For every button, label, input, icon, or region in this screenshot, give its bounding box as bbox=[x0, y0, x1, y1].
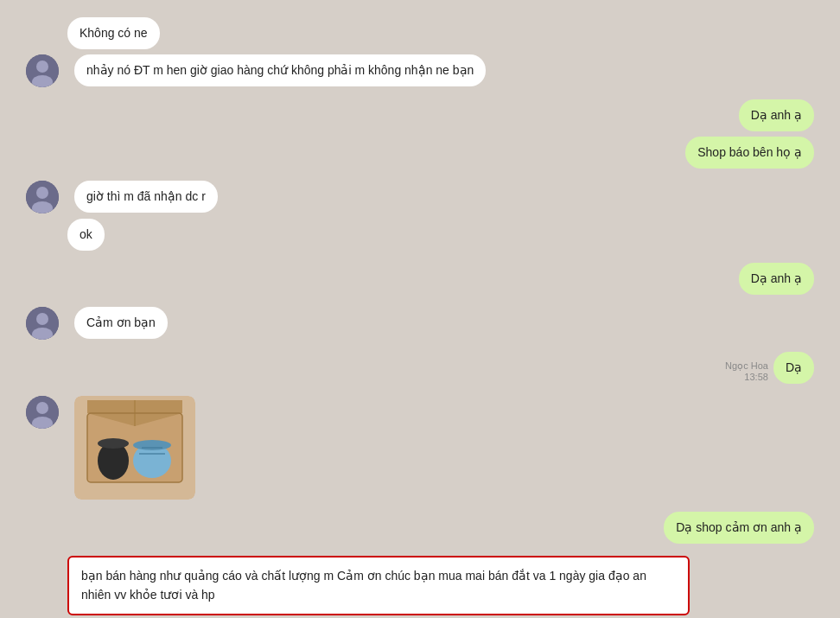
message-group-right: Dạ anh ạ Shop báo bên họ ạ bbox=[26, 99, 814, 169]
message-bubble: Không có ne bbox=[67, 17, 160, 49]
avatar bbox=[26, 307, 59, 340]
svg-point-17 bbox=[98, 438, 129, 449]
message-bubble: giờ thì m đã nhận dc r bbox=[74, 181, 218, 213]
highlighted-message-text: bạn bán hàng như quảng cáo và chất lượng… bbox=[81, 569, 646, 602]
chat-container: Không có ne nhảy nó ĐT m hen giờ giao hà… bbox=[0, 0, 840, 618]
message-text: Dạ bbox=[786, 360, 802, 374]
highlighted-message-box: bạn bán hàng như quảng cáo và chất lượng… bbox=[67, 556, 690, 615]
product-image bbox=[74, 396, 195, 500]
svg-point-4 bbox=[36, 187, 48, 199]
sender-meta: Ngọc Hoa 13:58 bbox=[725, 360, 768, 382]
message-text: Dạ anh ạ bbox=[751, 271, 802, 285]
message-text: ok bbox=[80, 227, 92, 241]
avatar bbox=[26, 396, 59, 429]
message-row: ok bbox=[67, 219, 814, 251]
message-group-named: Ngọc Hoa 13:58 Dạ bbox=[26, 352, 814, 384]
message-text: Cảm ơn bạn bbox=[86, 315, 156, 329]
message-group-right: Dạ anh ạ bbox=[26, 263, 814, 295]
message-group-right: Dạ shop cảm ơn anh ạ bbox=[26, 512, 814, 544]
svg-point-10 bbox=[36, 402, 48, 414]
message-text: Không có ne bbox=[80, 26, 148, 40]
message-text: giờ thì m đã nhận dc r bbox=[86, 189, 206, 203]
message-row: nhảy nó ĐT m hen giờ giao hàng chứ không… bbox=[26, 54, 814, 87]
message-text: Shop báo bên họ ạ bbox=[697, 145, 802, 159]
message-bubble: Dạ anh ạ bbox=[739, 263, 814, 295]
message-bubble: Dạ bbox=[773, 352, 814, 384]
message-row: giờ thì m đã nhận dc r bbox=[26, 181, 814, 213]
avatar bbox=[26, 54, 59, 87]
message-bubble: Cảm ơn bạn bbox=[74, 307, 168, 339]
message-bubble: nhảy nó ĐT m hen giờ giao hàng chứ không… bbox=[74, 54, 486, 86]
message-row-image bbox=[26, 396, 814, 500]
svg-point-19 bbox=[133, 440, 171, 450]
message-bubble: Shop báo bên họ ạ bbox=[685, 137, 814, 169]
avatar bbox=[26, 181, 59, 213]
message-text: Dạ anh ạ bbox=[751, 108, 802, 122]
message-row: Cảm ơn bạn bbox=[26, 307, 814, 340]
message-text: nhảy nó ĐT m hen giờ giao hàng chứ không… bbox=[86, 63, 474, 77]
svg-point-1 bbox=[36, 61, 48, 73]
svg-point-7 bbox=[36, 313, 48, 325]
message-row: Không có ne bbox=[67, 17, 814, 49]
message-bubble: Dạ shop cảm ơn anh ạ bbox=[664, 512, 814, 544]
message-bubble: ok bbox=[67, 219, 105, 251]
sender-name: Ngọc Hoa bbox=[725, 360, 768, 371]
message-text: Dạ shop cảm ơn anh ạ bbox=[676, 520, 802, 534]
message-bubble: Dạ anh ạ bbox=[739, 99, 814, 131]
message-time: 13:58 bbox=[744, 372, 768, 382]
